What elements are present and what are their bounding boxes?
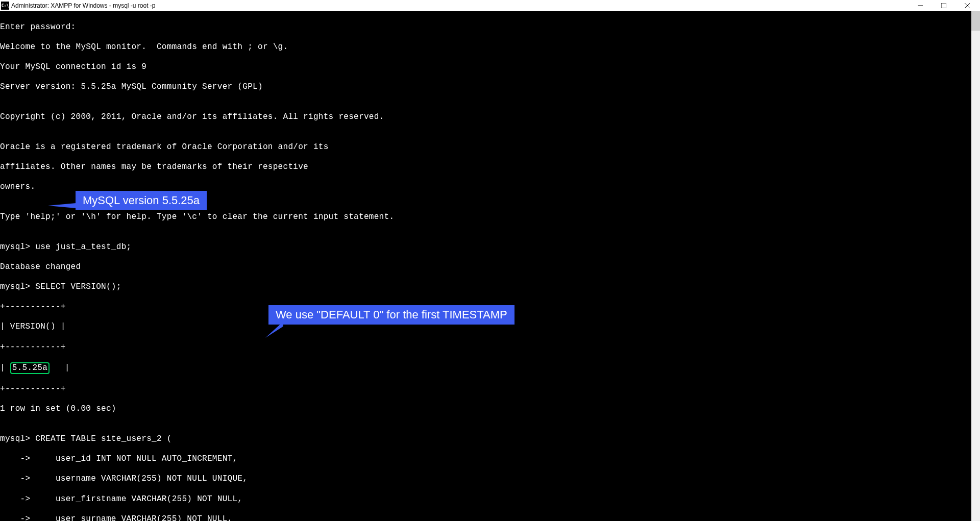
version-highlight: 5.5.25a <box>10 362 50 375</box>
terminal-line: Oracle is a registered trademark of Orac… <box>0 142 980 153</box>
terminal-line: mysql> use just_a_test_db; <box>0 242 980 253</box>
svg-rect-1 <box>941 3 946 8</box>
terminal-line: -> username VARCHAR(255) NOT NULL UNIQUE… <box>0 474 980 484</box>
terminal-line: Server version: 5.5.25a MySQL Community … <box>0 82 980 92</box>
annotation-version: MySQL version 5.5.25a <box>76 191 207 210</box>
terminal-line: 1 row in set (0.00 sec) <box>0 404 980 414</box>
window-title: Administrator: XAMPP for Windows - mysql… <box>11 2 909 9</box>
terminal-line: +-----------+ <box>0 342 980 353</box>
terminal-icon: C:\ <box>1 2 9 10</box>
close-button[interactable] <box>955 0 979 11</box>
terminal-line: Type 'help;' or '\h' for help. Type '\c'… <box>0 212 980 222</box>
maximize-button[interactable] <box>932 0 955 11</box>
vertical-scrollbar[interactable] <box>971 11 980 521</box>
terminal-line: -> user_firstname VARCHAR(255) NOT NULL, <box>0 494 980 505</box>
terminal-line: Enter password: <box>0 22 980 33</box>
terminal-line: | 5.5.25a | <box>0 362 980 375</box>
terminal-line: affiliates. Other names may be trademark… <box>0 162 980 172</box>
window-titlebar: C:\ Administrator: XAMPP for Windows - m… <box>0 0 980 11</box>
terminal-line: +-----------+ <box>0 384 980 394</box>
terminal-line: -> user_surname VARCHAR(255) NOT NULL, <box>0 514 980 521</box>
window-controls <box>909 0 979 11</box>
terminal-line: mysql> SELECT VERSION(); <box>0 282 980 292</box>
terminal-line: Your MySQL connection id is 9 <box>0 62 980 72</box>
terminal-content[interactable]: Enter password: Welcome to the MySQL mon… <box>0 11 980 521</box>
minimize-button[interactable] <box>909 0 932 11</box>
terminal-line: -> user_id INT NOT NULL AUTO_INCREMENT, <box>0 454 980 464</box>
annotation-timestamp: We use "DEFAULT 0" for the first TIMESTA… <box>268 305 514 325</box>
scrollbar-thumb[interactable] <box>971 11 980 31</box>
terminal-line: Welcome to the MySQL monitor. Commands e… <box>0 42 980 53</box>
terminal-line: mysql> CREATE TABLE site_users_2 ( <box>0 434 980 444</box>
terminal-line: Database changed <box>0 262 980 272</box>
terminal-line: Copyright (c) 2000, 2011, Oracle and/or … <box>0 112 980 122</box>
